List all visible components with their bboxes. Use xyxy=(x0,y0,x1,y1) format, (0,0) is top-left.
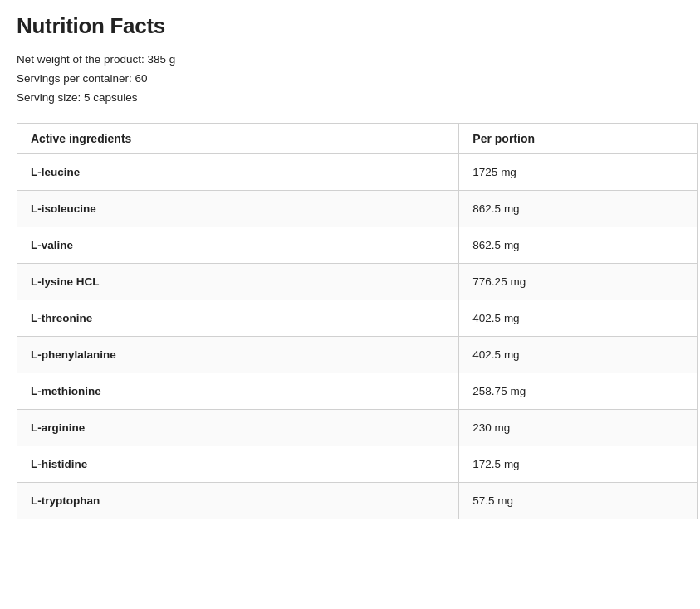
ingredient-cell: L-tryptophan xyxy=(17,482,459,519)
table-header-row: Active ingredients Per portion xyxy=(17,123,698,153)
servings-per-container-label: Servings per container: 60 xyxy=(17,70,683,89)
ingredient-cell: L-lysine HCL xyxy=(17,263,459,300)
serving-size-label: Serving size: 5 capsules xyxy=(17,89,683,108)
table-row: L-phenylalanine402.5 mg xyxy=(17,336,698,373)
amount-cell: 402.5 mg xyxy=(459,336,698,373)
ingredient-cell: L-histidine xyxy=(17,446,459,482)
amount-cell: 172.5 mg xyxy=(459,446,698,482)
net-weight-label: Net weight of the product: 385 g xyxy=(17,51,683,70)
ingredient-cell: L-arginine xyxy=(17,409,459,446)
table-row: L-tryptophan57.5 mg xyxy=(17,482,698,519)
table-row: L-methionine258.75 mg xyxy=(17,373,698,409)
table-row: L-isoleucine862.5 mg xyxy=(17,190,698,227)
col-ingredient-header: Active ingredients xyxy=(17,123,459,153)
col-portion-header: Per portion xyxy=(459,123,698,153)
table-row: L-lysine HCL776.25 mg xyxy=(17,263,698,300)
table-row: L-valine862.5 mg xyxy=(17,227,698,263)
amount-cell: 862.5 mg xyxy=(459,190,698,227)
amount-cell: 776.25 mg xyxy=(459,263,698,300)
amount-cell: 57.5 mg xyxy=(459,482,698,519)
ingredient-cell: L-phenylalanine xyxy=(17,336,459,373)
table-row: L-histidine172.5 mg xyxy=(17,446,698,482)
amount-cell: 862.5 mg xyxy=(459,227,698,263)
page-title: Nutrition Facts xyxy=(17,13,683,39)
ingredient-cell: L-valine xyxy=(17,227,459,263)
amount-cell: 258.75 mg xyxy=(459,373,698,409)
table-row: L-arginine230 mg xyxy=(17,409,698,446)
product-info: Net weight of the product: 385 g Serving… xyxy=(17,51,683,108)
amount-cell: 402.5 mg xyxy=(459,300,698,336)
amount-cell: 230 mg xyxy=(459,409,698,446)
nutrition-table: Active ingredients Per portion L-leucine… xyxy=(17,123,698,519)
ingredient-cell: L-leucine xyxy=(17,153,459,190)
ingredient-cell: L-threonine xyxy=(17,300,459,336)
table-row: L-threonine402.5 mg xyxy=(17,300,698,336)
amount-cell: 1725 mg xyxy=(459,153,698,190)
ingredient-cell: L-isoleucine xyxy=(17,190,459,227)
table-row: L-leucine1725 mg xyxy=(17,153,698,190)
ingredient-cell: L-methionine xyxy=(17,373,459,409)
